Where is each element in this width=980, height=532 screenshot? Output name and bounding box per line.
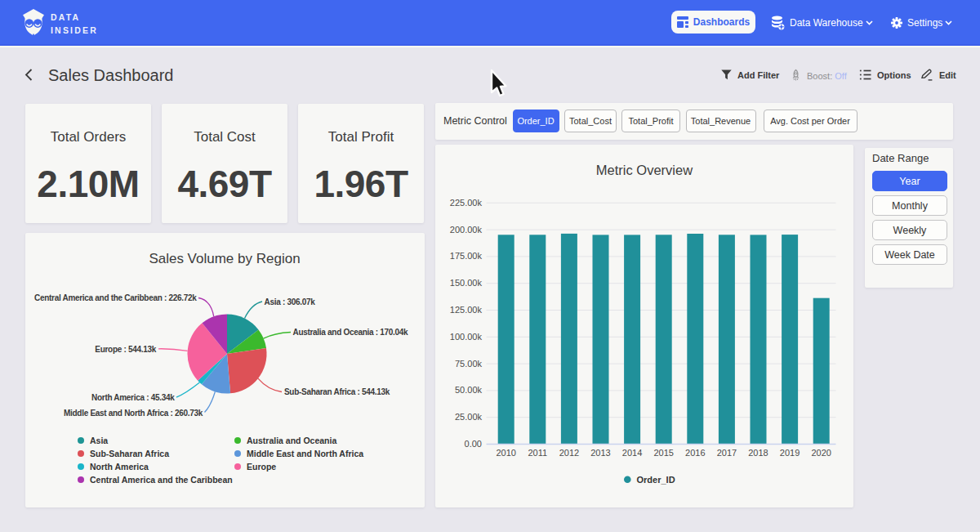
svg-text:North America : 45.34k: North America : 45.34k bbox=[91, 393, 175, 402]
svg-text:2020: 2020 bbox=[811, 448, 831, 458]
svg-text:2016: 2016 bbox=[685, 448, 705, 458]
svg-text:175.00k: 175.00k bbox=[450, 251, 483, 261]
svg-text:Europe: Europe bbox=[247, 462, 276, 472]
svg-text:225.00k: 225.00k bbox=[450, 198, 483, 208]
svg-text:North America: North America bbox=[90, 462, 149, 472]
svg-text:0.00: 0.00 bbox=[465, 439, 482, 449]
svg-text:2017: 2017 bbox=[717, 448, 737, 458]
svg-text:200.00k: 200.00k bbox=[450, 225, 483, 235]
svg-text:2018: 2018 bbox=[748, 448, 768, 458]
svg-text:Central America and the Caribb: Central America and the Caribbean : 226.… bbox=[34, 293, 197, 302]
svg-text:25.00k: 25.00k bbox=[455, 412, 483, 422]
svg-text:2014: 2014 bbox=[622, 448, 642, 458]
svg-text:2010: 2010 bbox=[496, 448, 515, 458]
svg-text:Australia and Oceania: Australia and Oceania bbox=[247, 436, 336, 445]
svg-text:Sales Volume by Region: Sales Volume by Region bbox=[149, 251, 300, 266]
svg-text:2013: 2013 bbox=[590, 448, 610, 458]
svg-text:Europe : 544.13k: Europe : 544.13k bbox=[95, 345, 156, 354]
svg-text:2019: 2019 bbox=[780, 448, 800, 458]
svg-text:2012: 2012 bbox=[559, 448, 579, 458]
svg-text:Sub-Saharan Africa: Sub-Saharan Africa bbox=[90, 449, 169, 458]
svg-text:Asia: Asia bbox=[90, 436, 108, 445]
svg-text:125.00k: 125.00k bbox=[450, 305, 483, 315]
svg-text:75.00k: 75.00k bbox=[455, 359, 483, 369]
svg-text:Asia : 306.07k: Asia : 306.07k bbox=[265, 297, 316, 306]
svg-text:100.00k: 100.00k bbox=[450, 332, 483, 342]
svg-text:Metric Overview: Metric Overview bbox=[596, 163, 693, 177]
svg-text:Central America and the Caribb: Central America and the Caribbean bbox=[90, 475, 233, 485]
svg-text:Australia and Oceania : 170.04: Australia and Oceania : 170.04k bbox=[293, 328, 409, 337]
svg-text:Order_ID: Order_ID bbox=[637, 475, 675, 485]
svg-text:2015: 2015 bbox=[653, 448, 673, 458]
svg-text:Sub-Saharan Africa : 544.13k: Sub-Saharan Africa : 544.13k bbox=[284, 387, 390, 396]
svg-text:50.00k: 50.00k bbox=[455, 385, 483, 395]
svg-text:150.00k: 150.00k bbox=[450, 278, 483, 288]
svg-text:Middle East and North Africa :: Middle East and North Africa : 260.73k bbox=[64, 409, 203, 418]
svg-text:Middle East and North Africa: Middle East and North Africa bbox=[247, 449, 363, 458]
svg-text:2011: 2011 bbox=[528, 448, 547, 458]
